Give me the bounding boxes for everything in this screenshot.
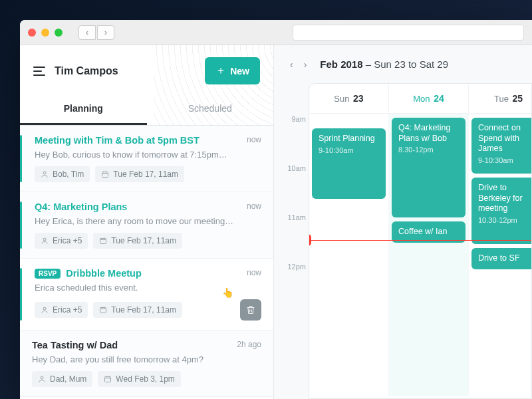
- date-chip: Tue Feb 17, 11am: [95, 166, 184, 182]
- calendar-event[interactable]: Drive to SF: [471, 248, 532, 269]
- date-chip: Wed Feb 3, 1pm: [98, 371, 181, 387]
- day-column[interactable]: Sprint Planning9-10:30am: [309, 114, 389, 396]
- date-chip: Tue Feb 17, 11am: [93, 302, 182, 318]
- time-label: 11am: [283, 213, 306, 263]
- calendar-month: Feb 2018: [320, 59, 362, 70]
- people-chip: Bob, Tim: [35, 166, 90, 182]
- calendar-event[interactable]: Connect on Spend with James9-10:30am: [471, 118, 532, 174]
- svg-point-6: [41, 376, 43, 379]
- item-meta: Erica +5 Tue Feb 17, 11am: [35, 299, 261, 321]
- new-button[interactable]: ＋ New: [205, 57, 260, 84]
- calendar-event[interactable]: Drive to Berkeley for meeting10.30-12pm: [471, 178, 532, 244]
- calendar-body: 9am10am11am12pm Sun 23Mon 24Tue 25 10:37…: [274, 83, 532, 399]
- url-bar[interactable]: [293, 25, 524, 41]
- browser-chrome: ‹ ›: [20, 20, 532, 45]
- event-time: 9-10:30am: [478, 156, 532, 164]
- day-columns: 10:37 Sprint Planning9-10:30amQ4: Market…: [309, 114, 531, 396]
- tab-planning[interactable]: Planning: [20, 94, 147, 125]
- zoom-window-icon[interactable]: [55, 29, 63, 37]
- date-chip: Tue Feb 17, 11am: [93, 233, 182, 249]
- svg-rect-7: [105, 377, 111, 382]
- close-window-icon[interactable]: [28, 29, 36, 37]
- plus-icon: ＋: [215, 64, 226, 78]
- calendar-event[interactable]: Q4: Marketing Plans w/ Bob8.30-12pm: [392, 118, 466, 217]
- prev-week-button[interactable]: ‹: [290, 59, 293, 70]
- menu-icon[interactable]: [33, 66, 45, 76]
- calendar-event[interactable]: Coffee w/ Ian: [392, 221, 466, 243]
- item-meta: Dad, Mum Wed Feb 3, 1pm: [32, 371, 261, 387]
- calendar-grid: Sun 23Mon 24Tue 25 10:37 Sprint Planning…: [309, 83, 532, 399]
- item-subtitle: Hey Erica, is there any room to move our…: [35, 216, 261, 226]
- item-meta: Bob, Tim Tue Feb 17, 11am: [35, 166, 261, 182]
- event-title: Drive to SF: [478, 253, 532, 264]
- time-label: 10am: [283, 164, 306, 213]
- item-timestamp: now: [247, 201, 261, 211]
- item-title: Dribbble Meetup: [66, 268, 175, 279]
- day-header[interactable]: Mon 24: [389, 84, 469, 113]
- event-title: Q4: Marketing Plans w/ Bob: [398, 123, 459, 144]
- time-column: 9am10am11am12pm: [283, 115, 306, 312]
- calendar-header: ‹ › Feb 2018 – Sun 23 to Sat 29: [274, 45, 532, 83]
- time-label: 12pm: [283, 263, 306, 312]
- people-chip: Dad, Mum: [32, 371, 92, 387]
- item-subtitle: Hey Bob, curious to know if tomorrow at …: [35, 150, 261, 160]
- new-button-label: New: [230, 66, 249, 76]
- day-column[interactable]: Q4: Marketing Plans w/ Bob8.30-12pmCoffe…: [389, 114, 469, 396]
- list-item[interactable]: now RSVPDribbble Meetup Erica scheduled …: [20, 259, 273, 331]
- svg-point-2: [43, 238, 46, 241]
- item-title: Q4: Marketing Plans: [35, 201, 261, 212]
- event-title: Connect on Spend with James: [478, 123, 532, 154]
- calendar-pane: ‹ › Feb 2018 – Sun 23 to Sat 29 9am10am1…: [274, 45, 532, 399]
- event-time: 8.30-12pm: [398, 146, 459, 154]
- list-item[interactable]: 2h ago Tea Tasting w/ Dad Hey Dad, are y…: [20, 331, 273, 397]
- item-title: Meeting with Tim & Bob at 5pm BST: [35, 135, 261, 146]
- svg-point-4: [43, 307, 46, 310]
- event-title: Drive to Berkeley for meeting: [478, 183, 532, 214]
- app-window: ‹ › Tim Campos ＋ New Planning Scheduled: [20, 20, 532, 399]
- day-headers: Sun 23Mon 24Tue 25: [309, 84, 531, 114]
- app-content: Tim Campos ＋ New Planning Scheduled now …: [20, 45, 532, 399]
- svg-rect-5: [100, 308, 106, 313]
- item-meta: Erica +5 Tue Feb 17, 11am: [35, 233, 261, 249]
- event-title: Sprint Planning: [319, 134, 379, 144]
- traffic-lights: [28, 29, 63, 37]
- rsvp-badge: RSVP: [35, 269, 61, 279]
- sidebar: Tim Campos ＋ New Planning Scheduled now …: [20, 45, 274, 399]
- people-chip: Erica +5: [35, 302, 88, 318]
- user-name: Tim Campos: [55, 65, 118, 77]
- item-timestamp: now: [247, 268, 261, 277]
- event-title: Coffee w/ Ian: [398, 227, 459, 237]
- browser-nav-buttons: ‹ ›: [78, 25, 114, 40]
- calendar-event[interactable]: Sprint Planning9-10:30am: [312, 128, 386, 199]
- cursor-icon: 👆: [222, 287, 233, 298]
- minimize-window-icon[interactable]: [41, 29, 49, 37]
- calendar-range: Feb 2018 – Sun 23 to Sat 29: [320, 59, 448, 70]
- list-item[interactable]: now Meeting with Tim & Bob at 5pm BST He…: [20, 126, 273, 192]
- current-time-badge: 10:37: [309, 234, 311, 246]
- item-timestamp: 2h ago: [237, 340, 261, 349]
- event-time: 10.30-12pm: [478, 216, 532, 224]
- current-time-line: 10:37: [309, 240, 531, 241]
- sidebar-header: Tim Campos ＋ New: [20, 45, 273, 94]
- day-column[interactable]: Connect on Spend with James9-10:30amDriv…: [469, 114, 532, 396]
- back-button[interactable]: ‹: [78, 25, 96, 40]
- calendar-range-rest: – Sun 23 to Sat 29: [363, 59, 448, 70]
- people-chip: Erica +5: [35, 233, 88, 249]
- forward-button[interactable]: ›: [97, 25, 114, 40]
- item-timestamp: now: [247, 135, 261, 144]
- list-item[interactable]: now Q4: Marketing Plans Hey Erica, is th…: [20, 192, 273, 259]
- svg-rect-1: [102, 172, 108, 178]
- event-time: 9-10:30am: [319, 146, 379, 154]
- day-header[interactable]: Tue 25: [469, 84, 532, 113]
- delete-button[interactable]: [240, 299, 261, 321]
- item-title: Tea Tasting w/ Dad: [32, 340, 261, 350]
- calendar-nav: ‹ ›: [290, 59, 307, 70]
- day-header[interactable]: Sun 23: [309, 84, 389, 113]
- svg-point-0: [43, 172, 46, 174]
- time-label: 9am: [283, 115, 306, 164]
- item-subtitle: Hey Dad, are you still free tomorrow at …: [32, 354, 261, 364]
- svg-rect-3: [100, 239, 106, 244]
- planning-list: now Meeting with Tim & Bob at 5pm BST He…: [20, 126, 273, 399]
- next-week-button[interactable]: ›: [304, 59, 307, 70]
